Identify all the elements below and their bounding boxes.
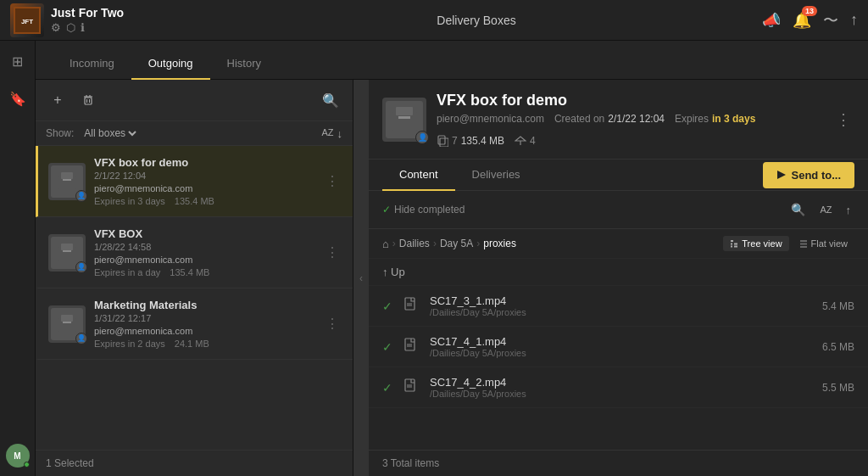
checkmark-icon: ✓	[382, 204, 391, 216]
app-logo-image: JFT	[10, 3, 44, 37]
detail-files: 7 135.4 MB	[437, 135, 504, 147]
box-item[interactable]: 👤 Marketing Materials 1/31/22 12:17 pier…	[36, 288, 353, 360]
box-context-menu-button[interactable]: ⋮	[322, 241, 342, 264]
svg-rect-10	[61, 172, 73, 179]
breadcrumb-separator: ›	[433, 238, 437, 249]
file-info: SC17_4_2.mp4 /Dailies/Day 5A/proxies	[430, 376, 795, 399]
bell-icon[interactable]: 🔔 13	[793, 11, 811, 30]
detail-tabs: Content Deliveries Send to...	[369, 160, 868, 191]
file-list: ↑ Up ✓	[369, 259, 868, 450]
search-icon[interactable]: 🔍	[319, 88, 342, 112]
box-avatar-badge: 👤	[75, 261, 87, 273]
up-navigate-button[interactable]: ↑ Up	[369, 259, 868, 286]
breadcrumb-home-icon[interactable]: ⌂	[382, 238, 389, 250]
content-search-icon[interactable]: 🔍	[786, 198, 810, 221]
list-spacer	[36, 360, 353, 450]
file-row[interactable]: ✓ SC17_3_1.mp4 /Dailies/Day 5A/prox	[369, 286, 868, 327]
svg-rect-28	[734, 244, 737, 245]
svg-rect-33	[800, 246, 807, 248]
sort-az-icon[interactable]: AZ	[321, 127, 333, 140]
file-info: SC17_3_1.mp4 /Dailies/Day 5A/proxies	[430, 294, 795, 317]
svg-rect-14	[63, 250, 71, 252]
box-avatar-icon	[56, 171, 78, 193]
detail-context-menu-button[interactable]: ⋮	[832, 107, 854, 132]
box-meta: Expires in 3 days 135.4 MB	[94, 196, 314, 206]
left-sidebar: ⊞ 🔖 M	[0, 41, 36, 476]
breadcrumb-item-day5a[interactable]: Day 5A	[440, 238, 473, 249]
box-context-menu-button[interactable]: ⋮	[322, 312, 342, 335]
app-brand: JFT Just For Two ⚙ ⬡ ℹ	[10, 3, 197, 37]
box-list-panel: + 🔍 Show:	[36, 80, 353, 476]
sidebar-bookmark-icon[interactable]: 🔖	[6, 87, 30, 110]
breadcrumb: ⌂ › Dailies › Day 5A › proxies Tree view	[369, 229, 868, 259]
filter-row: Show: All boxes AZ ↓	[36, 121, 353, 146]
box-info: VFX BOX 1/28/22 14:58 piero@mnemonica.co…	[94, 227, 314, 277]
box-item[interactable]: 👤 VFX BOX 1/28/22 14:58 piero@mnemonica.…	[36, 217, 353, 288]
svg-rect-3	[85, 98, 92, 104]
tab-outgoing[interactable]: Outgoing	[131, 48, 210, 80]
file-row[interactable]: ✓ SC17_4_1.mp4 /Dailies/Day 5A/prox	[369, 327, 868, 367]
document-icon	[404, 338, 418, 353]
box-avatar-badge: 👤	[75, 333, 87, 344]
settings-icon[interactable]: ⚙	[51, 21, 61, 34]
box-info: Marketing Materials 1/31/22 12:17 piero@…	[94, 299, 314, 349]
file-size: 6.5 MB	[804, 341, 854, 353]
file-name: SC17_3_1.mp4	[430, 294, 795, 307]
sidebar-grid-icon[interactable]: ⊞	[6, 49, 30, 73]
detail-footer: 3 Total items	[369, 450, 868, 476]
detail-tab-content[interactable]: Content	[382, 160, 455, 191]
flat-view-button[interactable]: Flat view	[793, 236, 854, 251]
svg-rect-11	[63, 179, 71, 181]
show-label: Show:	[46, 127, 74, 139]
add-box-button[interactable]: +	[46, 88, 70, 112]
breadcrumb-item-proxies[interactable]: proxies	[483, 238, 516, 249]
sort-az-content-icon[interactable]: AZ	[816, 201, 835, 218]
external-link-icon[interactable]: ⬡	[66, 21, 75, 34]
detail-expires: Expires in 3 days	[675, 113, 755, 125]
hide-completed-toggle[interactable]: ✓ Hide completed	[382, 204, 465, 216]
svg-rect-31	[800, 240, 807, 242]
svg-rect-19	[396, 107, 413, 115]
tree-view-button[interactable]: Tree view	[723, 236, 788, 251]
content-area: Incoming Outgoing History +	[36, 41, 868, 476]
content-toolbar: ✓ Hide completed 🔍 AZ ↑	[369, 191, 868, 229]
svg-rect-17	[63, 322, 71, 323]
upload-icon[interactable]: ↑	[850, 11, 858, 29]
delete-box-button[interactable]	[76, 88, 100, 112]
detail-deliveries: 4	[515, 135, 536, 147]
view-toggle: Tree view Flat view	[723, 236, 854, 251]
file-row[interactable]: ✓ SC17_4_2.mp4 /Dailies/Day 5A/prox	[369, 367, 868, 408]
tab-history[interactable]: History	[210, 48, 278, 80]
breadcrumb-item-dailies[interactable]: Dailies	[399, 238, 430, 249]
app-subtitle-icons: ⚙ ⬡ ℹ	[51, 21, 124, 34]
sort-direction-icon[interactable]: ↓	[337, 127, 343, 140]
svg-rect-20	[398, 116, 410, 119]
box-item[interactable]: 👤 VFX box for demo 2/1/22 12:04 piero@mn…	[36, 146, 353, 217]
document-icon	[404, 378, 418, 394]
megaphone-icon[interactable]: 📣	[762, 11, 781, 30]
box-name: VFX BOX	[94, 227, 314, 240]
split-panel: + 🔍 Show:	[36, 80, 868, 476]
user-avatar[interactable]: M	[6, 444, 30, 468]
panel-collapse-button[interactable]: ‹	[353, 80, 369, 476]
box-context-menu-button[interactable]: ⋮	[322, 170, 342, 193]
filter-select[interactable]: All boxes	[81, 126, 139, 140]
file-check-icon: ✓	[382, 300, 396, 313]
tab-incoming[interactable]: Incoming	[53, 48, 131, 80]
box-avatar-icon	[56, 313, 78, 335]
box-avatar-icon	[56, 242, 78, 264]
info-icon[interactable]: ℹ	[81, 21, 85, 34]
file-check-icon: ✓	[382, 340, 396, 354]
detail-created: Created on 2/1/22 12:04	[554, 113, 665, 125]
file-path: /Dailies/Day 5A/proxies	[430, 307, 795, 317]
svg-rect-13	[61, 244, 73, 250]
sort-direction-content-icon[interactable]: ↑	[843, 200, 855, 220]
waveform-icon[interactable]: 〜	[823, 10, 838, 31]
detail-tab-deliveries[interactable]: Deliveries	[455, 160, 537, 191]
svg-rect-26	[731, 240, 733, 242]
send-to-button[interactable]: Send to...	[763, 162, 855, 188]
notification-badge: 13	[802, 6, 817, 16]
box-date: 2/1/22 12:04	[94, 171, 314, 181]
flat-view-icon	[799, 239, 808, 248]
box-date: 1/28/22 14:58	[94, 242, 314, 252]
